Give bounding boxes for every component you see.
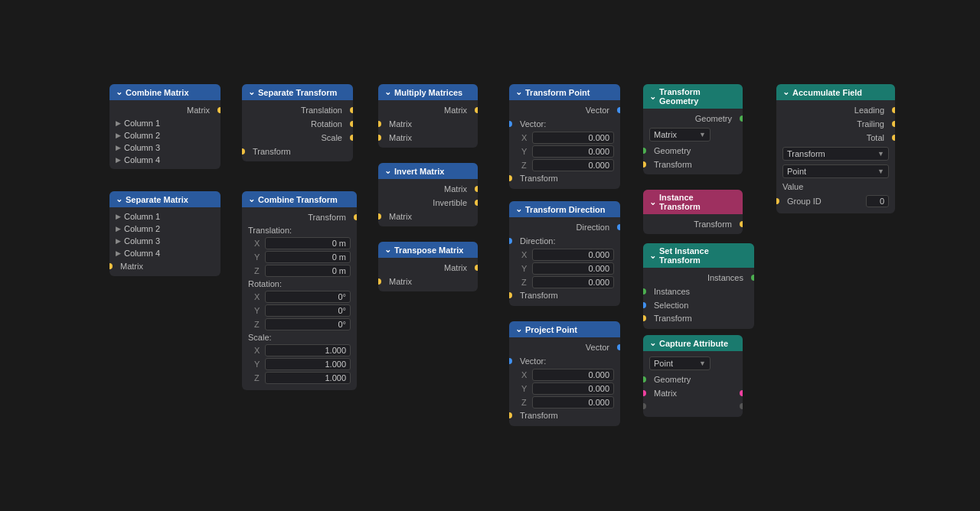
rot-x-val: 0°	[265, 291, 351, 303]
set-instance-transform-header: ⌄ Set Instance Transform	[643, 243, 754, 268]
transform-geometry-header: ⌄ Transform Geometry	[643, 84, 743, 109]
matrix-input-socket	[109, 263, 113, 269]
transform-geometry-title: Transform Geometry	[659, 87, 737, 106]
transform-input-socket	[242, 148, 245, 155]
separate-matrix-header: ⌄ Separate Matrix	[109, 191, 220, 207]
af-total-out	[892, 135, 895, 141]
multiply-matrices-header: ⌄ Multiply Matrices	[378, 84, 478, 100]
project-point-header: ⌄ Project Point	[509, 321, 620, 337]
ca-domain-dropdown[interactable]: Point ▼	[649, 356, 710, 370]
sep-column3: ▶Column 3	[109, 235, 220, 247]
ca-matrix-out	[740, 390, 743, 396]
tg-geo-out	[740, 116, 743, 122]
sit-selection-in	[643, 302, 646, 308]
sit-instances-out	[751, 275, 754, 281]
td-transform-socket	[509, 292, 512, 298]
ca-empty-out	[740, 403, 743, 409]
ca-matrix-in	[643, 390, 646, 396]
column4-item: ▶Column 4	[109, 154, 220, 166]
scale-section: Scale:	[242, 331, 357, 343]
it-transform-out	[740, 221, 743, 227]
ca-geo-in	[643, 376, 646, 382]
chevron-icon2: ⌄	[116, 194, 122, 204]
project-point-title: Project Point	[525, 325, 577, 334]
rot-y-row: Y 0°	[242, 304, 357, 317]
tp-vec-label-socket	[509, 121, 512, 127]
tp-transform-socket	[509, 175, 512, 181]
invert-matrix-title: Invert Matrix	[394, 167, 444, 176]
af-trailing-out	[892, 121, 895, 127]
matrix-output-socket	[217, 107, 220, 113]
col4-label: Column 4	[124, 155, 160, 164]
scale-socket	[350, 135, 353, 141]
scale-y-row: Y 1.000	[242, 357, 357, 371]
rotation-section: Rotation:	[242, 278, 357, 290]
set-instance-transform-title: Set Instance Transform	[659, 246, 748, 265]
col3-label: Column 3	[124, 143, 160, 152]
tp-vector-out	[617, 107, 620, 113]
mm-out-socket	[475, 107, 478, 113]
transform-direction-header: ⌄ Transform Direction	[509, 201, 620, 217]
capture-attribute-node: ⌄ Capture Attribute Point ▼ Geometry Mat…	[643, 335, 743, 417]
transform-point-header: ⌄ Transform Point	[509, 84, 620, 100]
transform-geometry-node: ⌄ Transform Geometry Geometry Matrix ▼ G…	[643, 84, 743, 174]
tg-transform-in	[643, 161, 646, 168]
scale-z-val: 1.000	[265, 372, 351, 384]
af-groupid-val: 0	[866, 195, 889, 207]
tg-mode-dropdown[interactable]: Matrix ▼	[649, 128, 710, 142]
multiply-matrices-title: Multiply Matrices	[394, 88, 462, 97]
combine-matrix-title: Combine Matrix	[126, 88, 189, 97]
af-leading-out	[892, 107, 895, 113]
sit-instances-in	[643, 288, 646, 295]
separate-matrix-node: ⌄ Separate Matrix ▶Column 1 ▶Column 2 ▶C…	[109, 191, 220, 276]
combine-transform-header: ⌄ Combine Transform	[242, 191, 357, 207]
pp-vec-socket	[509, 358, 512, 364]
accumulate-field-node: ⌄ Accumulate Field Leading Trailing Tota…	[776, 84, 895, 213]
col1-label: Column 1	[124, 119, 160, 128]
ca-empty-in	[643, 403, 646, 409]
combine-transform-title: Combine Transform	[258, 195, 338, 204]
column3-item: ▶Column 3	[109, 142, 220, 154]
af-domain-dropdown[interactable]: Point ▼	[782, 164, 889, 178]
rotation-socket	[350, 121, 353, 127]
af-groupid-socket	[776, 198, 779, 204]
transform-point-title: Transform Point	[525, 88, 590, 97]
invert-matrix-node: ⌄ Invert Matrix Matrix Invertible Matrix	[378, 163, 478, 226]
separate-matrix-title: Separate Matrix	[126, 195, 188, 204]
invertible-socket	[475, 200, 478, 206]
instance-transform-node: ⌄ Instance Transform Transform	[643, 190, 743, 234]
scale-z-row: Z 1.000	[242, 371, 357, 387]
inv-in-socket	[378, 213, 381, 220]
accumulate-field-header: ⌄ Accumulate Field	[776, 84, 895, 100]
transform-out-socket	[354, 214, 357, 220]
separate-transform-header: ⌄ Separate Transform	[242, 84, 353, 100]
af-type-dropdown[interactable]: Transform ▼	[782, 147, 889, 161]
sep-column1: ▶Column 1	[109, 210, 220, 223]
set-instance-transform-node: ⌄ Set Instance Transform Instances Insta…	[643, 243, 754, 329]
rot-z-val: 0°	[265, 318, 351, 330]
inv-matrix-out	[475, 186, 478, 192]
mm-in1-socket	[378, 121, 381, 127]
capture-attribute-title: Capture Attribute	[659, 339, 728, 348]
translation-socket	[350, 107, 353, 113]
accumulate-field-title: Accumulate Field	[792, 88, 862, 97]
pp-transform-socket	[509, 412, 512, 418]
transpose-matrix-header: ⌄ Transpose Matrix	[378, 242, 478, 258]
trans-z-row: Z 0 m	[242, 264, 357, 278]
pp-vec-out	[617, 344, 620, 350]
combine-matrix-node: ⌄ Combine Matrix Matrix ▶Column 1 ▶Colum…	[109, 84, 220, 169]
trans-x-row: X 0 m	[242, 236, 357, 250]
instance-transform-title: Instance Transform	[659, 193, 737, 211]
chevron-icon: ⌄	[116, 87, 122, 97]
trans-x-val: 0 m	[265, 237, 351, 249]
scale-x-row: X 1.000	[242, 343, 357, 357]
td-dir-out	[617, 224, 620, 230]
mm-in2-socket	[378, 135, 381, 141]
transpose-matrix-title: Transpose Matrix	[394, 246, 463, 255]
combine-matrix-header: ⌄ Combine Matrix	[109, 84, 220, 100]
sep-column4: ▶Column 4	[109, 247, 220, 259]
rot-x-row: X 0°	[242, 290, 357, 304]
combine-transform-node: ⌄ Combine Transform Transform Translatio…	[242, 191, 357, 390]
separate-transform-node: ⌄ Separate Transform Translation Rotatio…	[242, 84, 353, 161]
trans-y-row: Y 0 m	[242, 250, 357, 264]
